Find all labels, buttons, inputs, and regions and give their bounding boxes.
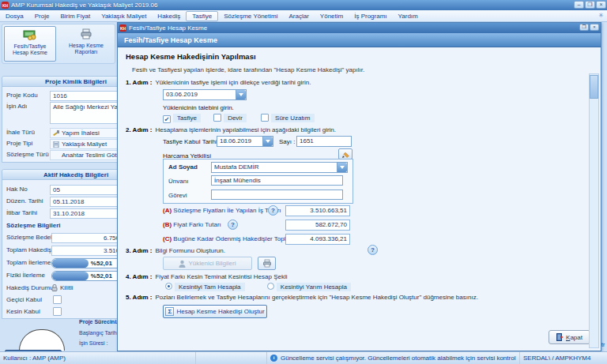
amount-a-code: (A) [163, 207, 172, 214]
amount-c-label: Bugüne Kadar Ödenmiş Hakedişler Toplamı [173, 235, 296, 242]
dialog-header: Fesih/Tasfiye Hesap Kesme [118, 33, 601, 47]
itibar-tarihi-label: İtibar Tarihi [6, 209, 37, 216]
print-form-button[interactable] [258, 257, 276, 270]
dialog-title: Fesih/Tasfiye Hesap Kesme [129, 24, 207, 32]
statusbar-message-segment: i Güncelleme servisi çalışmıyor. Güncell… [267, 352, 520, 364]
talep-label: Yüklenicinin talebini girin. [163, 104, 234, 111]
hesap-kesme-olustur-button[interactable]: Σ Hesap Kesme Hakedişi Oluştur [163, 305, 267, 318]
hesap-kesme-raporlari-button[interactable]: Hesap Kesme Raporları [58, 26, 114, 62]
baslangic-tarihi-label: Başlangıç Tarihi : [79, 330, 121, 336]
menu-proje[interactable]: Proje [29, 12, 55, 21]
hakedis-durumu-value: Kilitli [51, 284, 73, 291]
progress-fill [52, 259, 89, 268]
dialog-close-button[interactable]: × [590, 24, 599, 31]
help-icon[interactable]: ? [368, 245, 378, 255]
sure-uzatim-checkbox[interactable]: Süre Uzatım [261, 114, 314, 122]
fesih-tasfiye-hesap-kesme-button[interactable]: Fesih/Tasfiye Hesap Kesme [4, 26, 56, 62]
project-gauge [19, 329, 65, 351]
chevron-down-icon[interactable] [262, 137, 273, 146]
kesinti-tam-radio[interactable]: Kesintiyi Tam Hesapla [165, 283, 245, 291]
amount-c-value: 4.093.336,21 [285, 234, 350, 245]
kesinti-radios: Kesintiyi Tam Hesapla Kesintiyi Yarım He… [165, 283, 351, 291]
menu-yardim[interactable]: Yardım [393, 12, 424, 21]
amount-c-code: (C) [163, 235, 172, 242]
help-icon[interactable]: ? [228, 220, 238, 230]
gecici-kabul-label: Geçici Kabul [6, 296, 42, 303]
yuklenici-bilgileri-button[interactable]: Yüklenici Bilgileri [163, 257, 252, 270]
statusbar-user-segment: Kullanıcı : AMP (AMP) [0, 352, 196, 364]
unvani-label: Ünvanı [168, 178, 188, 185]
menu-is-programi[interactable]: İş Programı [349, 12, 392, 21]
kesinti-yarim-radio[interactable]: Kesintiyi Yarım Hesapla [267, 283, 351, 291]
document-icon [53, 141, 59, 148]
hesap-kesme-olustur-label: Hesap Kesme Hakedişi Oluştur [176, 308, 264, 315]
help-icon[interactable]: ? [268, 205, 278, 216]
kapat-button[interactable]: Kapat [549, 330, 590, 344]
amount-b-code: (B) [163, 221, 172, 228]
sayi-input[interactable]: 1651 [296, 136, 352, 147]
amount-b-value: 582.672,70 [285, 220, 350, 231]
step2-text: Hesaplama işlemlerinin yapılabilmesi içi… [155, 126, 336, 133]
menu-yonetim[interactable]: Yönetim [315, 12, 349, 21]
kabul-tarihi-datepicker[interactable]: 18.06.2019 [217, 136, 273, 147]
progress-value: %52,01 [91, 272, 112, 280]
step3-label: 3. Adım : [126, 247, 152, 254]
dialog-restore-button[interactable]: ❐ [579, 24, 589, 31]
toolbar-button-label: Raporları [75, 49, 98, 55]
gorevi-input[interactable] [211, 190, 343, 200]
statusbar-message: Güncelleme servisi çalışmıyor. Güncellem… [281, 355, 516, 362]
scrollbar-thumb[interactable] [590, 75, 598, 99]
chevron-down-icon[interactable] [337, 163, 347, 172]
step1-row: 1. Adım :Yüklenicinin tasfiye işlemi içi… [126, 79, 311, 86]
menu-yaklasik-maliyet[interactable]: Yaklaşık Maliyet [96, 12, 152, 21]
step3-text: Bilgi Formunu Oluşturun. [155, 247, 224, 254]
step2-label: 2. Adım : [126, 126, 152, 133]
statusbar-host: SERDAL\ / AMPKHYM4 [523, 355, 590, 362]
toplam-hakedis-value: 3.510 [51, 246, 123, 256]
amount-a-label: Sözleşme Fiyatları İle Yapılan İş Tutarı [173, 207, 281, 214]
radio-icon [267, 283, 274, 290]
chevron-down-icon[interactable] [236, 90, 246, 99]
unvani-input[interactable]: İnşaat Mühendis [211, 175, 343, 186]
pencil-icon [342, 151, 349, 158]
menu-sozlesme-yonetimi[interactable]: Sözleşme Yönetimi [218, 12, 283, 21]
hakedis-durumu-label: Hakediş Durumu [6, 284, 54, 291]
toolbar-button-label: Hesap Kesme [13, 50, 47, 56]
app-window: { "window": { "title": "AMP Kurumsal Hak… [0, 0, 607, 364]
sigma-icon: Σ [165, 307, 174, 316]
money-icon [23, 29, 37, 42]
minimize-button[interactable]: – [574, 1, 584, 9]
ad-soyad-combo[interactable]: Mustafa DEMİR [211, 162, 348, 173]
edit-yetkili-button[interactable] [338, 148, 353, 159]
dialog-kh-icon: KH [119, 24, 126, 32]
talep-options: ✔Tasfiye Devir Süre Uzatım [163, 114, 315, 123]
step5-text: Pozları Belirlemek ve Tasfiye Hesapların… [155, 294, 477, 301]
yuklenici-bilgileri-label: Yüklenici Bilgileri [188, 260, 236, 267]
printer-icon [262, 259, 272, 268]
close-button[interactable]: × [596, 1, 606, 9]
kesin-kabul-checkbox[interactable] [53, 307, 62, 316]
progress-value: %52,01 [91, 260, 112, 267]
gorevi-label: Görevi [168, 192, 187, 199]
tasfiye-checkbox[interactable]: ✔Tasfiye [163, 114, 201, 122]
menu-hakedis[interactable]: Hakediş [152, 12, 186, 21]
menu-overflow-icon[interactable]: ✳ [598, 12, 604, 19]
step3-row: 3. Adım :Bilgi Formunu Oluşturun. [126, 247, 225, 254]
menu-araclar[interactable]: Araçlar [284, 12, 315, 21]
devir-checkbox[interactable]: Devir [213, 114, 247, 122]
menu-birim-fiyat[interactable]: Birim Fiyat [55, 12, 96, 21]
lock-icon [51, 284, 58, 291]
gecici-kabul-checkbox[interactable] [53, 295, 62, 304]
dialog-scrollbar[interactable] [589, 73, 599, 348]
yetkili-groupbox: Ad Soyad Mustafa DEMİR Ünvanı İnşaat Müh… [163, 159, 353, 204]
menu-tasfiye[interactable]: Tasfiye [186, 11, 218, 21]
toplam-hakedis-label: Toplam Hakediş [6, 246, 51, 253]
dilekce-tarihi-datepicker[interactable]: 03.06.2019 [163, 89, 247, 100]
dialog-intro: Fesih ve Tasfiyesi yapılan işlerde, idar… [132, 66, 364, 73]
isin-adi-label: İşin Adı [6, 103, 27, 110]
amount-a-value: 3.510.663,51 [285, 205, 350, 216]
maximize-button[interactable]: ❐ [585, 1, 595, 9]
person-icon [179, 260, 186, 268]
progress-fill [52, 272, 89, 280]
menu-dosya[interactable]: Dosya [0, 12, 29, 21]
